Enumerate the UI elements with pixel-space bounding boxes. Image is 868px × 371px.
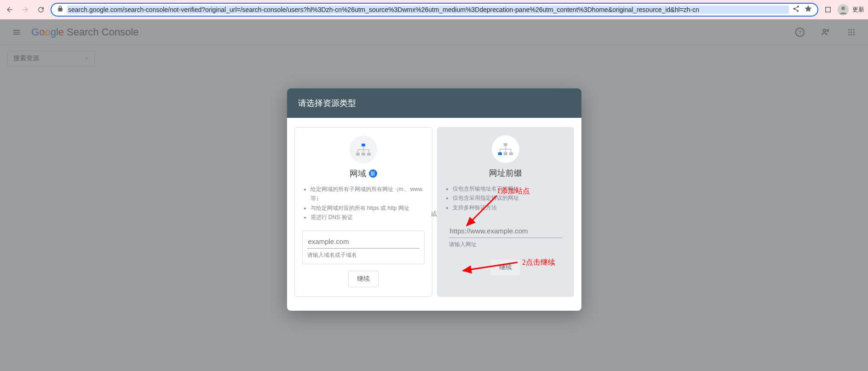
domain-input-box: 请输入域名或子域名 (302, 231, 425, 264)
url-text: search.google.com/search-console/not-ver… (67, 6, 789, 14)
svg-rect-19 (367, 153, 371, 156)
or-separator: 或 (431, 210, 437, 218)
annotation-1: 1添加站点 (497, 186, 530, 196)
domain-hierarchy-icon (350, 136, 377, 163)
domain-card-title: 网域 新 (350, 168, 377, 179)
svg-rect-23 (509, 152, 513, 155)
domain-input-hint: 请输入域名或子域名 (307, 251, 420, 259)
address-bar[interactable]: search.google.com/search-console/not-ver… (51, 3, 818, 17)
annotation-2: 2点击继续 (522, 258, 555, 267)
forward-button[interactable] (19, 4, 31, 16)
svg-rect-18 (362, 153, 365, 156)
lock-icon (57, 6, 63, 14)
url-continue-button[interactable]: 继续 (491, 260, 520, 275)
domain-bullets: 给定网域的所有子网域的所有网址（m.、www. 等） 与给定网域对应的所有 ht… (302, 185, 425, 222)
dialog-title: 请选择资源类型 (287, 88, 581, 118)
url-actions (793, 5, 812, 14)
domain-continue-button[interactable]: 继续 (348, 271, 379, 287)
url-hierarchy-icon (492, 135, 519, 163)
svg-rect-20 (504, 143, 507, 146)
url-prefix-card[interactable]: 网址前缀 仅包含所输地址名下的网址 仅包含采用指定协议的网址 支持多种验证方法 … (437, 127, 574, 297)
domain-input[interactable] (307, 236, 420, 249)
url-card-title: 网址前缀 (489, 168, 522, 179)
browser-more-label[interactable]: 更新 (852, 6, 864, 14)
profile-avatar[interactable] (838, 4, 849, 15)
new-badge: 新 (369, 169, 377, 178)
star-icon[interactable] (805, 5, 812, 14)
url-input[interactable] (449, 225, 562, 238)
dialog-body: 或 网域 新 给定网域的所有子网域的所有网址（m.、www. 等） 与给定网域对… (287, 118, 581, 311)
resource-type-dialog: 请选择资源类型 或 网域 新 给定网域的所有子网域的所有网址（m.、www. 等… (287, 88, 581, 311)
svg-rect-16 (362, 144, 365, 146)
svg-rect-22 (504, 152, 507, 155)
url-input-hint: 请输入网址 (449, 241, 562, 249)
back-button[interactable] (4, 4, 16, 16)
svg-rect-0 (826, 7, 831, 12)
browser-toolbar: search.google.com/search-console/not-ver… (0, 0, 868, 19)
extensions-icon[interactable] (822, 4, 834, 16)
share-icon[interactable] (793, 5, 800, 14)
url-input-box: 请输入网址 (444, 220, 567, 253)
svg-rect-17 (356, 153, 360, 156)
svg-rect-21 (498, 152, 502, 155)
svg-point-2 (841, 6, 845, 10)
reload-button[interactable] (35, 4, 47, 16)
domain-card[interactable]: 网域 新 给定网域的所有子网域的所有网址（m.、www. 等） 与给定网域对应的… (294, 127, 432, 297)
modal-overlay: 请选择资源类型 或 网域 新 给定网域的所有子网域的所有网址（m.、www. 等… (0, 19, 868, 371)
